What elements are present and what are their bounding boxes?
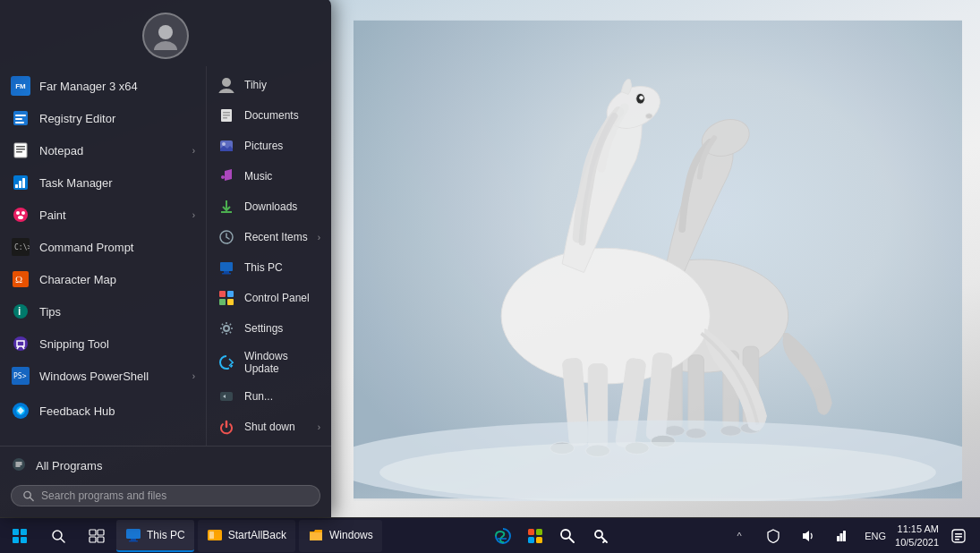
taskbar-clock[interactable]: 11:15 AM 10/5/2021 <box>895 523 939 549</box>
svg-point-75 <box>24 491 30 498</box>
search-input[interactable] <box>41 489 309 502</box>
right-item-windows-update[interactable]: Windows Update <box>207 344 331 381</box>
svg-rect-88 <box>528 529 534 535</box>
svg-point-57 <box>218 89 234 93</box>
shutdown-arrow: › <box>318 422 320 432</box>
start-button[interactable] <box>4 520 36 552</box>
settings-label: Settings <box>244 322 283 335</box>
svg-rect-40 <box>22 178 25 188</box>
user-avatar[interactable] <box>142 13 189 59</box>
svg-rect-32 <box>15 122 24 123</box>
right-item-documents[interactable]: Documents <box>207 100 331 131</box>
svg-rect-31 <box>15 118 22 120</box>
svg-rect-94 <box>837 536 839 541</box>
svg-rect-68 <box>219 291 226 297</box>
tray-volume-icon[interactable] <box>793 522 822 550</box>
this-pc-icon <box>217 259 235 276</box>
menu-item-notepad[interactable]: Notepad › <box>0 134 206 166</box>
shutdown-label: Shut down <box>244 421 295 433</box>
svg-text:i: i <box>18 305 21 318</box>
right-item-this-pc[interactable]: This PC <box>207 252 331 283</box>
menu-item-far-manager[interactable]: FM Far Manager 3 x64 <box>0 70 206 102</box>
svg-point-27 <box>158 25 173 39</box>
menu-item-character-map[interactable]: Ω Character Map <box>0 263 206 295</box>
svg-rect-100 <box>955 539 959 540</box>
menu-item-task-manager[interactable]: Task Manager <box>0 166 206 199</box>
username-icon <box>217 76 235 94</box>
notification-center-button[interactable] <box>944 522 973 550</box>
right-item-shutdown[interactable]: Shut down › <box>207 412 331 442</box>
svg-line-78 <box>61 539 64 542</box>
snipping-tool-icon <box>11 334 30 353</box>
menu-item-snipping-tool[interactable]: Snipping Tool <box>0 328 206 360</box>
start-menu: FM Far Manager 3 x64 Registry Editor <box>0 0 331 517</box>
svg-point-63 <box>222 142 226 146</box>
clock-time: 11:15 AM <box>898 523 939 535</box>
all-programs-item[interactable]: All Programs <box>0 450 331 481</box>
control-panel-label: Control Panel <box>244 292 310 304</box>
menu-item-command-prompt[interactable]: C:\> Command Prompt <box>0 231 206 263</box>
right-item-username[interactable]: Tihiy <box>207 70 331 100</box>
pictures-label: Pictures <box>244 140 283 152</box>
taskbar-window-startallback[interactable]: StartAllBack <box>198 520 295 552</box>
right-item-settings[interactable]: Settings <box>207 313 331 344</box>
character-map-label: Character Map <box>39 273 116 286</box>
feedback-hub-icon <box>11 401 30 421</box>
menu-item-paint[interactable]: Paint › <box>0 199 206 231</box>
svg-rect-69 <box>227 291 234 297</box>
task-view-button[interactable] <box>81 520 113 552</box>
right-item-recent-items[interactable]: Recent Items › <box>207 222 331 252</box>
windows-update-label: Windows Update <box>244 350 320 375</box>
taskbar-magnify-icon[interactable] <box>553 522 582 550</box>
svg-rect-5 <box>688 355 703 431</box>
recent-items-icon <box>217 228 235 246</box>
taskbar-key-icon[interactable] <box>585 522 614 550</box>
svg-point-16 <box>645 114 652 119</box>
taskbar-window-windows[interactable]: Windows <box>299 520 382 552</box>
taskbar-center <box>386 522 718 550</box>
tray-language-indicator[interactable]: ENG <box>861 522 890 550</box>
taskbar-search-button[interactable] <box>39 520 77 552</box>
username-label: Tihiy <box>244 79 267 91</box>
task-view-icon <box>89 529 105 543</box>
feedback-hub-label: Feedback Hub <box>39 404 115 418</box>
svg-rect-66 <box>224 271 229 273</box>
right-item-music[interactable]: Music <box>207 161 331 191</box>
svg-rect-73 <box>220 392 233 401</box>
svg-point-43 <box>21 211 25 215</box>
svg-rect-81 <box>89 537 96 542</box>
menu-item-powershell[interactable]: PS> Windows PowerShell › <box>0 360 206 392</box>
this-pc-taskbar-label: This PC <box>147 529 185 541</box>
documents-icon <box>217 106 235 124</box>
tray-shield-icon[interactable] <box>759 522 788 550</box>
svg-rect-79 <box>89 530 96 535</box>
tray-language-label: ENG <box>865 531 886 541</box>
right-item-pictures[interactable]: Pictures <box>207 131 331 161</box>
task-manager-label: Task Manager <box>39 176 113 190</box>
tray-icons: ^ <box>725 522 856 550</box>
music-icon <box>217 167 235 185</box>
menu-item-feedback-hub[interactable]: Feedback Hub <box>0 392 206 430</box>
svg-rect-87 <box>209 532 214 539</box>
taskbar-search-icon <box>51 529 65 543</box>
right-item-control-panel[interactable]: Control Panel <box>207 283 331 313</box>
svg-point-26 <box>379 442 936 501</box>
svg-rect-34 <box>16 146 25 148</box>
tray-chevron-icon[interactable]: ^ <box>725 522 754 550</box>
svg-rect-61 <box>223 117 227 119</box>
svg-rect-36 <box>16 151 22 153</box>
taskbar-edge-icon[interactable] <box>489 522 517 550</box>
far-manager-label: Far Manager 3 x64 <box>39 80 138 93</box>
command-prompt-icon: C:\> <box>11 237 30 257</box>
right-item-downloads[interactable]: Downloads <box>207 191 331 222</box>
menu-item-registry-editor[interactable]: Registry Editor <box>0 102 206 134</box>
taskbar-window-this-pc[interactable]: This PC <box>116 520 194 552</box>
tray-network-icon[interactable] <box>827 522 856 550</box>
svg-rect-65 <box>220 262 233 271</box>
menu-item-tips[interactable]: i Tips <box>0 295 206 328</box>
svg-rect-80 <box>98 530 104 535</box>
svg-rect-84 <box>131 539 136 540</box>
taskbar-store-icon[interactable] <box>521 522 550 550</box>
windows-update-icon <box>217 353 235 371</box>
right-item-run[interactable]: Run... <box>207 381 331 412</box>
